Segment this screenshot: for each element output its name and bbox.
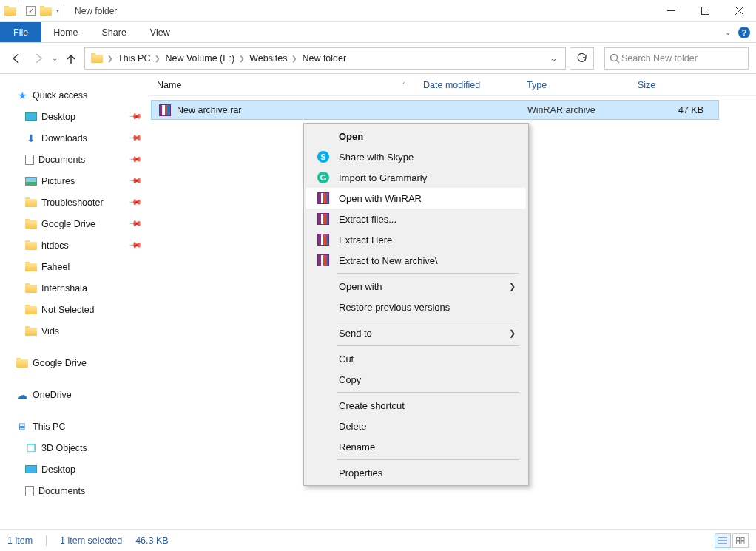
breadcrumb-websites[interactable]: Websites — [246, 53, 290, 64]
tree-item[interactable]: ⬇Downloads📌 — [10, 127, 148, 149]
ctx-extract-to[interactable]: Extract to New archive\ — [306, 250, 526, 271]
ctx-send-to[interactable]: Send to❯ — [306, 322, 526, 343]
folder-icon — [25, 262, 37, 271]
minimize-button[interactable] — [654, 0, 688, 22]
ctx-rename[interactable]: Rename — [306, 436, 526, 457]
chevron-right-icon: ❯ — [509, 282, 516, 291]
close-button[interactable] — [722, 0, 756, 22]
svg-rect-1 — [701, 7, 709, 15]
ctx-extract-files[interactable]: Extract files... — [306, 209, 526, 229]
address-history-icon[interactable]: ⌄ — [545, 53, 562, 64]
tree-google-drive[interactable]: Google Drive — [10, 352, 148, 373]
tree-item-label: Internshala — [41, 283, 87, 294]
ctx-create-shortcut[interactable]: Create shortcut — [306, 395, 526, 416]
tree-onedrive[interactable]: ☁ OneDrive — [10, 384, 148, 405]
details-view-button[interactable] — [715, 533, 731, 548]
breadcrumb-volume[interactable]: New Volume (E:) — [162, 53, 237, 64]
tree-item[interactable]: Vids — [10, 320, 148, 342]
quick-access-toolbar: ✓ ▾ — [0, 4, 69, 18]
document-icon — [25, 155, 34, 165]
chevron-right-icon: ❯ — [509, 328, 516, 338]
column-type[interactable]: Type — [518, 80, 629, 90]
ctx-import-grammarly[interactable]: GImport to Grammarly — [306, 167, 526, 188]
tree-item[interactable]: ❒3D Objects — [10, 437, 148, 459]
column-size[interactable]: Size — [629, 80, 756, 90]
tree-item[interactable]: Internshala — [10, 277, 148, 299]
ctx-separator — [337, 392, 519, 393]
new-folder-qat-icon[interactable] — [40, 6, 52, 16]
up-button[interactable] — [62, 50, 80, 67]
ctx-separator — [337, 459, 519, 460]
pc-icon: 🖥 — [16, 421, 28, 433]
tree-item[interactable]: Desktop📌 — [10, 106, 148, 127]
status-item-count: 1 item — [7, 535, 33, 546]
status-separator — [46, 535, 47, 546]
pin-icon: 📌 — [128, 217, 142, 231]
svg-line-5 — [617, 60, 620, 63]
file-row-selected[interactable]: New archive.rar WinRAR archive 47 KB — [151, 100, 719, 120]
tree-item[interactable]: Google Drive📌 — [10, 213, 148, 234]
chevron-right-icon[interactable]: ❯ — [106, 55, 115, 62]
chevron-right-icon[interactable]: ❯ — [237, 55, 246, 62]
address-bar[interactable]: ❯ This PC ❯ New Volume (E:) ❯ Websites ❯… — [84, 47, 566, 70]
tab-home[interactable]: Home — [41, 22, 90, 42]
history-dropdown-icon[interactable]: ⌄ — [52, 54, 58, 62]
cloud-icon: ☁ — [16, 389, 28, 401]
tree-item[interactable]: Pictures📌 — [10, 170, 148, 192]
pin-icon: 📌 — [128, 238, 142, 252]
context-menu: Open SShare with Skype GImport to Gramma… — [303, 123, 529, 486]
ctx-share-skype[interactable]: SShare with Skype — [306, 146, 526, 167]
ctx-open[interactable]: Open — [306, 126, 526, 146]
file-tab[interactable]: File — [0, 22, 41, 42]
column-headers: Name⌃ Date modified Type Size — [148, 74, 756, 96]
folder-icon — [25, 219, 37, 229]
help-icon[interactable]: ? — [738, 27, 750, 38]
tree-item[interactable]: htdocs📌 — [10, 234, 148, 256]
qat-dropdown-icon[interactable]: ▾ — [56, 7, 59, 14]
ctx-open-with-winrar[interactable]: Open with WinRAR — [306, 188, 526, 209]
refresh-button[interactable] — [570, 47, 594, 70]
tab-share[interactable]: Share — [90, 22, 138, 42]
chevron-right-icon[interactable]: ❯ — [290, 55, 299, 62]
tree-item[interactable]: Documents📌 — [10, 149, 148, 170]
search-input[interactable] — [620, 53, 743, 64]
tree-item[interactable]: Faheel — [10, 256, 148, 277]
ctx-delete[interactable]: Delete — [306, 416, 526, 436]
tree-item[interactable]: Not Selected — [10, 299, 148, 320]
tree-item[interactable]: Troubleshooter📌 — [10, 192, 148, 213]
grammarly-icon: G — [317, 172, 329, 183]
chevron-right-icon[interactable]: ❯ — [153, 55, 162, 62]
tree-item[interactable]: Desktop — [10, 459, 148, 480]
ctx-restore-versions[interactable]: Restore previous versions — [306, 297, 526, 317]
search-box[interactable] — [604, 47, 749, 70]
column-name[interactable]: Name⌃ — [148, 80, 414, 90]
ctx-cut[interactable]: Cut — [306, 348, 526, 369]
breadcrumb-this-pc[interactable]: This PC — [115, 53, 153, 64]
ctx-extract-here[interactable]: Extract Here — [306, 229, 526, 250]
tree-this-pc[interactable]: 🖥 This PC — [10, 416, 148, 437]
ctx-copy[interactable]: Copy — [306, 369, 526, 390]
tree-quick-access[interactable]: ★ Quick access — [10, 84, 148, 106]
column-date[interactable]: Date modified — [414, 80, 518, 90]
maximize-button[interactable] — [688, 0, 722, 22]
search-icon — [610, 53, 620, 64]
tree-item-label: Faheel — [41, 262, 70, 272]
ribbon-expand-icon[interactable]: ⌄ — [725, 28, 731, 36]
ctx-open-with[interactable]: Open with❯ — [306, 276, 526, 297]
folder-icon — [16, 358, 28, 368]
svg-point-4 — [611, 54, 618, 61]
back-button[interactable] — [7, 50, 25, 67]
title-bar: ✓ ▾ New folder — [0, 0, 756, 22]
thumbnails-view-button[interactable] — [732, 533, 749, 548]
tree-item-label: Vids — [41, 326, 59, 337]
properties-qat-icon[interactable]: ✓ — [26, 6, 36, 16]
breadcrumb-newfolder[interactable]: New folder — [299, 53, 349, 64]
tree-item[interactable]: Documents — [10, 480, 148, 501]
star-icon: ★ — [16, 89, 28, 101]
ctx-properties[interactable]: Properties — [306, 462, 526, 483]
tab-view[interactable]: View — [138, 22, 182, 42]
forward-button[interactable] — [30, 50, 47, 67]
downloads-icon: ⬇ — [25, 132, 37, 144]
folder-icon — [25, 283, 37, 293]
tree-item-label: Desktop — [41, 112, 75, 122]
